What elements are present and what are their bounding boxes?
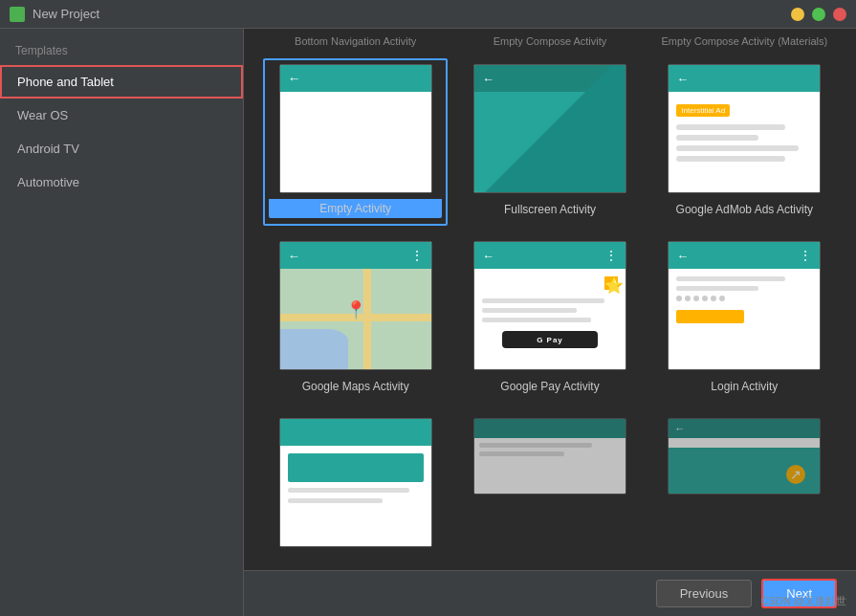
template-name-fullscreen: Fullscreen Activity [504,199,596,220]
admob-line-2 [676,135,757,141]
template-thumb-empty-activity: ← [279,64,432,193]
pay-line-2 [482,308,577,313]
window-controls[interactable]: ─ □ ✕ [791,8,846,21]
r3-back-icon: ← [674,423,685,434]
login-dot-4 [702,296,708,301]
nr1-header [280,419,431,446]
watermark: CSDN @又逢乱世 [761,594,846,608]
window-title: New Project [33,7,99,21]
pay-label: G Pay [537,336,563,344]
template-thumb-admob: ← Interstitial Ad [668,64,821,193]
maximize-button[interactable]: □ [812,8,825,21]
content-area: Bottom Navigation Activity Empty Compose… [244,29,856,616]
template-login[interactable]: ← ⋮ [652,235,837,403]
admob-back-icon: ← [676,72,689,86]
template-thumb-maps: ← ⋮ 📍 [279,241,432,370]
template-row3-1[interactable] [263,412,448,566]
template-name-admob: Google AdMob Ads Activity [676,199,813,220]
app-icon [10,7,25,22]
col-header-1: Bottom Navigation Activity [263,33,448,49]
back-arrow-icon: ← [288,71,301,86]
sidebar-item-automotive[interactable]: Automotive [0,165,243,199]
col-header-2: Empty Compose Activity [457,33,642,49]
template-thumb-login: ← ⋮ [668,241,821,370]
template-thumb-pay: ← ⋮ ⭐ G Pay [473,241,626,370]
template-row3-3[interactable]: ← ↗ [652,412,837,566]
pay-back-icon: ← [482,249,494,263]
sidebar-header: Templates [0,36,243,65]
map-pin-icon: 📍 [345,299,366,320]
login-back-icon: ← [676,249,689,263]
login-line-1 [676,276,785,281]
template-maps[interactable]: ← ⋮ 📍 Google Maps Activity [263,235,448,403]
login-dot-2 [685,296,691,301]
footer-bar: Previous Next [244,570,856,616]
previous-button[interactable]: Previous [656,580,753,607]
admob-line-3 [676,145,799,151]
login-btn [676,310,744,323]
login-dot-6 [719,296,725,301]
login-dots [676,296,812,301]
nr1-card [288,453,424,482]
template-admob[interactable]: ← Interstitial Ad Google AdMob Ads Activ… [652,58,837,226]
login-dot-3 [693,296,699,301]
template-empty-activity[interactable]: ← Empty Activity [263,58,448,226]
map-water [280,329,348,369]
pay-button: G Pay [502,331,597,348]
login-dot-1 [676,296,682,301]
title-bar: New Project ─ □ ✕ [0,0,856,29]
sidebar: Templates Phone and Tablet Wear OS Andro… [0,29,244,616]
login-line-2 [676,286,757,291]
nr1-line-1 [288,488,410,493]
template-fullscreen-activity[interactable]: ← ⤢ Fullscreen Activity [457,58,642,226]
pay-star-icon: ⭐ [604,276,618,290]
login-more-icon: ⋮ [799,248,812,263]
minimize-button[interactable]: ─ [791,8,804,21]
admob-line-4 [676,156,785,162]
template-name-empty-activity: Empty Activity [269,199,442,218]
column-headers: Bottom Navigation Activity Empty Compose… [244,29,856,49]
pay-line-3 [482,318,591,322]
nr1-line-2 [288,498,383,503]
close-button[interactable]: ✕ [833,8,846,21]
fs-diagonal [474,65,626,192]
maps-back-icon: ← [288,249,300,263]
pay-line-1 [482,298,604,303]
templates-grid: ← Empty Activity ← ⤢ [244,49,856,570]
maps-more-icon: ⋮ [410,248,424,263]
template-pay[interactable]: ← ⋮ ⭐ G Pay [457,235,642,403]
col-header-3: Empty Compose Activity (Materials) [652,33,837,49]
template-thumb-row3-2 [473,418,626,495]
sidebar-item-android-tv[interactable]: Android TV [0,132,243,165]
template-name-pay: Google Pay Activity [500,376,599,397]
fab-icon: ↗ [790,467,801,482]
login-dot-5 [711,296,716,301]
title-bar-left: New Project [10,7,99,22]
template-name-maps: Google Maps Activity [302,376,409,397]
template-thumb-fullscreen: ← ⤢ [473,64,626,193]
admob-line-1 [676,124,785,130]
template-name-login: Login Activity [711,376,778,397]
pay-more-icon: ⋮ [604,248,618,263]
sidebar-item-wear-os[interactable]: Wear OS [0,99,243,132]
main-container: Templates Phone and Tablet Wear OS Andro… [0,29,856,616]
template-thumb-row3-3: ← ↗ [668,418,821,495]
sidebar-item-phone-tablet[interactable]: Phone and Tablet [0,65,243,99]
template-row3-2[interactable] [457,412,642,566]
interstitial-ad-badge: Interstitial Ad [676,104,730,117]
template-thumb-row3-1 [279,418,432,547]
